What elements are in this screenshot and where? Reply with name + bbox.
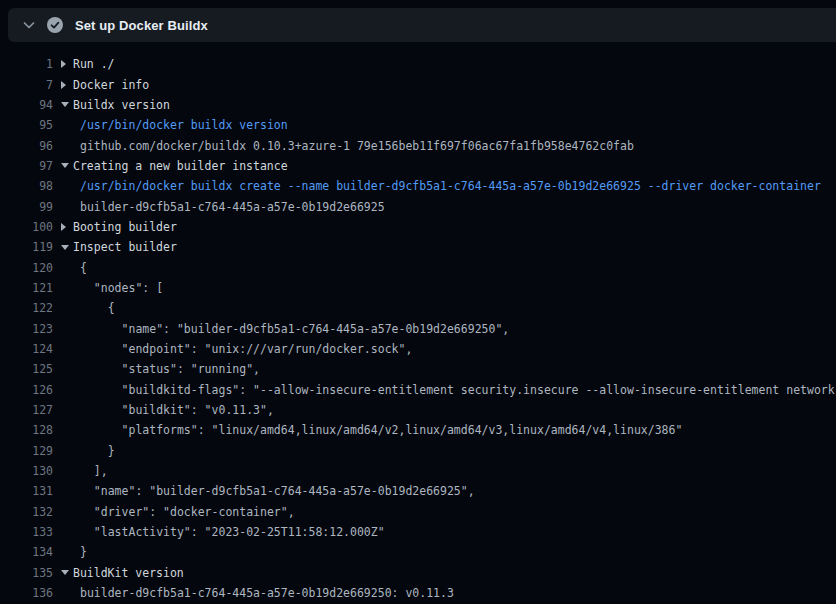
- log-line: 136builder-d9cfb5a1-c764-445a-a57e-0b19d…: [0, 583, 836, 603]
- log-output-text: "driver": "docker-container",: [80, 505, 295, 519]
- line-number[interactable]: 125: [0, 362, 53, 376]
- log-output-text: "name": "builder-d9cfb5a1-c764-445a-a57e…: [80, 322, 509, 336]
- log-line: 133 "lastActivity": "2023-02-25T11:58:12…: [0, 522, 836, 542]
- log-group-title: Inspect builder: [73, 240, 177, 254]
- triangle-down-icon[interactable]: [61, 163, 73, 168]
- log-output-text: builder-d9cfb5a1-c764-445a-a57e-0b19d2e6…: [80, 586, 454, 600]
- line-number[interactable]: 132: [0, 505, 53, 519]
- log-output-text: "platforms": "linux/amd64,linux/amd64/v2…: [80, 423, 682, 437]
- log-line[interactable]: 1Run ./: [0, 54, 836, 74]
- log-line: 124 "endpoint": "unix:///var/run/docker.…: [0, 339, 836, 359]
- line-number[interactable]: 133: [0, 525, 53, 539]
- line-number[interactable]: 131: [0, 484, 53, 498]
- log-line: 128 "platforms": "linux/amd64,linux/amd6…: [0, 420, 836, 440]
- chevron-down-icon[interactable]: [21, 18, 36, 33]
- log-command-text: /usr/bin/docker buildx version: [80, 118, 288, 132]
- log-output-text: {: [80, 301, 115, 315]
- line-number[interactable]: 128: [0, 423, 53, 437]
- triangle-glyph: [61, 102, 69, 107]
- line-number[interactable]: 135: [0, 566, 53, 580]
- line-number[interactable]: 123: [0, 322, 53, 336]
- line-number[interactable]: 121: [0, 281, 53, 295]
- log-group-title: Creating a new builder instance: [73, 159, 288, 173]
- log-line: 121 "nodes": [: [0, 278, 836, 298]
- line-number[interactable]: 97: [0, 159, 53, 173]
- line-number[interactable]: 120: [0, 261, 53, 275]
- log-output-text: "status": "running",: [80, 362, 260, 376]
- check-circle-icon: [47, 17, 63, 33]
- log-group-title: BuildKit version: [73, 566, 184, 580]
- log-line[interactable]: 100Booting builder: [0, 217, 836, 237]
- triangle-glyph: [61, 81, 66, 89]
- log-output-text: ],: [80, 464, 108, 478]
- line-number[interactable]: 130: [0, 464, 53, 478]
- line-number[interactable]: 7: [0, 78, 53, 92]
- log-line[interactable]: 97Creating a new builder instance: [0, 156, 836, 176]
- line-number[interactable]: 119: [0, 240, 53, 254]
- log-output-text: }: [80, 545, 87, 559]
- log-group-title: Booting builder: [73, 220, 177, 234]
- step-header[interactable]: Set up Docker Buildx: [8, 8, 836, 42]
- line-number[interactable]: 1: [0, 57, 53, 71]
- log-line[interactable]: 94Buildx version: [0, 95, 836, 115]
- log-output-text: "nodes": [: [80, 281, 163, 295]
- triangle-glyph: [61, 223, 66, 231]
- log-line: 132 "driver": "docker-container",: [0, 502, 836, 522]
- log-line[interactable]: 135BuildKit version: [0, 563, 836, 583]
- log-group-title: Buildx version: [73, 98, 170, 112]
- line-number[interactable]: 94: [0, 98, 53, 112]
- triangle-down-icon[interactable]: [61, 102, 73, 107]
- line-number[interactable]: 136: [0, 586, 53, 600]
- triangle-right-icon[interactable]: [61, 81, 73, 89]
- log-output-text: "name": "builder-d9cfb5a1-c764-445a-a57e…: [80, 484, 475, 498]
- line-number[interactable]: 100: [0, 220, 53, 234]
- triangle-glyph: [61, 245, 69, 250]
- log-line: 127 "buildkit": "v0.11.3",: [0, 400, 836, 420]
- log-output-text: }: [80, 444, 115, 458]
- line-number[interactable]: 96: [0, 139, 53, 153]
- log-output-text: {: [80, 261, 87, 275]
- log-line: 131 "name": "builder-d9cfb5a1-c764-445a-…: [0, 481, 836, 501]
- line-number[interactable]: 98: [0, 179, 53, 193]
- log-output-text: "endpoint": "unix:///var/run/docker.sock…: [80, 342, 412, 356]
- log-group-title: Run ./: [73, 57, 115, 71]
- line-number[interactable]: 122: [0, 301, 53, 315]
- log-output-text: github.com/docker/buildx 0.10.3+azure-1 …: [80, 139, 634, 153]
- log-line[interactable]: 7Docker info: [0, 74, 836, 94]
- log-line: 130 ],: [0, 461, 836, 481]
- log-line: 120{: [0, 257, 836, 277]
- step-title: Set up Docker Buildx: [75, 18, 208, 33]
- log-line: 129 }: [0, 441, 836, 461]
- triangle-down-icon[interactable]: [61, 245, 73, 250]
- log-line: 122 {: [0, 298, 836, 318]
- log-group-title: Docker info: [73, 78, 149, 92]
- log-output-text: "buildkitd-flags": "--allow-insecure-ent…: [80, 383, 836, 397]
- line-number[interactable]: 127: [0, 403, 53, 417]
- triangle-right-icon[interactable]: [61, 223, 73, 231]
- line-number[interactable]: 95: [0, 118, 53, 132]
- log-line: 125 "status": "running",: [0, 359, 836, 379]
- log-line: 95/usr/bin/docker buildx version: [0, 115, 836, 135]
- line-number[interactable]: 124: [0, 342, 53, 356]
- log-line: 134}: [0, 542, 836, 562]
- triangle-glyph: [61, 60, 66, 68]
- log-line: 123 "name": "builder-d9cfb5a1-c764-445a-…: [0, 318, 836, 338]
- log-line: 99builder-d9cfb5a1-c764-445a-a57e-0b19d2…: [0, 196, 836, 216]
- log-output-text: "lastActivity": "2023-02-25T11:58:12.000…: [80, 525, 385, 539]
- triangle-right-icon[interactable]: [61, 60, 73, 68]
- line-number[interactable]: 99: [0, 200, 53, 214]
- log-output-text: "buildkit": "v0.11.3",: [80, 403, 274, 417]
- line-number[interactable]: 129: [0, 444, 53, 458]
- log-line[interactable]: 119Inspect builder: [0, 237, 836, 257]
- line-number[interactable]: 134: [0, 545, 53, 559]
- triangle-glyph: [61, 163, 69, 168]
- log-output: 1Run ./7Docker info94Buildx version95/us…: [0, 54, 836, 603]
- line-number[interactable]: 126: [0, 383, 53, 397]
- log-line: 126 "buildkitd-flags": "--allow-insecure…: [0, 380, 836, 400]
- log-line: 98/usr/bin/docker buildx create --name b…: [0, 176, 836, 196]
- log-command-text: /usr/bin/docker buildx create --name bui…: [80, 179, 821, 193]
- triangle-down-icon[interactable]: [61, 570, 73, 575]
- triangle-glyph: [61, 570, 69, 575]
- log-line: 96github.com/docker/buildx 0.10.3+azure-…: [0, 135, 836, 155]
- log-output-text: builder-d9cfb5a1-c764-445a-a57e-0b19d2e6…: [80, 200, 385, 214]
